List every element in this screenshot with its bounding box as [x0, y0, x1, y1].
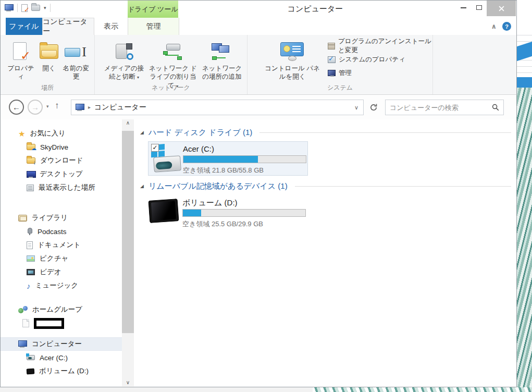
- up-button[interactable]: ↑: [55, 101, 59, 110]
- computer-icon: [76, 104, 84, 111]
- sidebar-item-videos[interactable]: ビデオ: [1, 265, 122, 279]
- minimize-ribbon-icon[interactable]: ∧: [491, 23, 497, 30]
- sidebar-item-recent-places[interactable]: 最近表示した場所: [1, 181, 122, 194]
- scroll-up-icon[interactable]: ∧: [122, 120, 134, 126]
- breadcrumb-location[interactable]: コンピューター: [94, 103, 146, 112]
- sidebar-item-libraries[interactable]: ライブラリ: [1, 211, 122, 225]
- quick-access-toolbar: ✓ ▾: [5, 4, 51, 12]
- podcast-mic-icon: [27, 228, 33, 235]
- search-icon: [492, 104, 499, 111]
- wallpaper-blue-band: [517, 77, 532, 88]
- maximize-icon: [476, 5, 482, 10]
- music-note-icon: ♪: [27, 282, 31, 290]
- homegroup-icon: [18, 306, 28, 313]
- forward-icon: →: [31, 103, 39, 111]
- group-header-hard-disk-drives[interactable]: ◢ ハード ディスク ドライブ (1): [140, 128, 511, 138]
- new-folder-icon[interactable]: [31, 5, 40, 11]
- minimize-icon: [461, 7, 466, 8]
- redacted-username: [34, 318, 64, 329]
- scroll-down-icon[interactable]: ∨: [122, 380, 134, 385]
- tablet-volume-icon: [149, 199, 179, 223]
- help-icon[interactable]: ?: [502, 22, 511, 31]
- drive-item-volume-d[interactable]: ボリューム (D:) 空き領域 25.5 GB/29.9 GB: [148, 195, 308, 230]
- refresh-icon: [369, 103, 378, 112]
- refresh-button[interactable]: [366, 100, 381, 115]
- drive-name: Acer (C:): [183, 144, 214, 153]
- sidebar-item-podcasts[interactable]: Podcasts: [1, 225, 122, 238]
- address-dropdown-icon[interactable]: ∨: [350, 105, 363, 111]
- divider: [50, 4, 51, 12]
- window-title: コンピューター: [211, 1, 419, 17]
- tab-view[interactable]: 表示: [94, 18, 128, 35]
- item-checkbox[interactable]: ✓: [151, 144, 159, 152]
- collapse-triangle-icon[interactable]: ◢: [140, 130, 144, 135]
- qat-customize-dropdown[interactable]: ▾: [44, 6, 46, 10]
- add-network-location-button[interactable]: ネットワークの場所の追加: [199, 39, 245, 91]
- sidebar-item-volume-d[interactable]: ボリューム (D:): [1, 364, 122, 378]
- uninstall-program-button[interactable]: プログラムのアンインストールと変更: [328, 41, 432, 51]
- close-button[interactable]: [487, 1, 516, 16]
- explorer-window: ✓ ▾ ドライブ ツール コンピューター ファイル コンピューター 表示 管理 …: [0, 0, 517, 387]
- minimize-button[interactable]: [455, 1, 471, 15]
- tab-computer[interactable]: コンピューター: [42, 18, 94, 35]
- search-input[interactable]: [390, 104, 492, 112]
- open-control-panel-button[interactable]: コントロール パネルを開く: [262, 39, 323, 82]
- ribbon-group-network: メディアの接続と切断 ▾ ネットワーク ドライブの割り当て ▾ ネットワークの場…: [95, 35, 248, 94]
- navigation-bar: ← → ▾ ↑ ▸ コンピューター ∨: [1, 95, 516, 119]
- group-rule: [295, 186, 511, 187]
- open-button[interactable]: 開く: [37, 39, 61, 82]
- group-rule: [259, 132, 511, 133]
- recent-pages-dropdown[interactable]: ▾: [46, 104, 49, 109]
- computer-icon: [5, 4, 14, 11]
- scrollbar-thumb[interactable]: [122, 131, 134, 333]
- sidebar-item-downloads[interactable]: ↓ ダウンロード: [1, 154, 122, 167]
- sidebar-item-skydrive[interactable]: ☁ SkyDrive: [1, 140, 122, 154]
- check-icon: ✓: [24, 6, 30, 13]
- properties-icon: ✓: [12, 42, 30, 61]
- maximize-button[interactable]: [471, 1, 487, 15]
- tab-file[interactable]: ファイル: [6, 18, 42, 35]
- sidebar-item-homegroup[interactable]: ホームグループ: [1, 303, 122, 316]
- map-network-drive-button[interactable]: ネットワーク ドライブの割り当て ▾: [147, 39, 199, 91]
- check-icon: ✓: [20, 50, 31, 62]
- system-small-buttons: プログラムのアンインストールと変更 ✓ システムのプロパティ 管理: [324, 35, 432, 82]
- desktop-icon: [27, 171, 35, 178]
- skydrive-folder-icon: ☁: [27, 144, 35, 150]
- media-connect-button[interactable]: メディアの接続と切断 ▾: [101, 39, 147, 91]
- tab-manage[interactable]: 管理: [128, 18, 179, 35]
- ribbon-controls: ∧ ?: [491, 22, 511, 31]
- sidebar-item-pictures[interactable]: ピクチャ: [1, 252, 122, 265]
- manage-button[interactable]: 管理: [328, 68, 432, 78]
- drive-item-acer-c[interactable]: ✓ Acer (C:) 空き領域 21.8 GB/55.8 GB: [148, 141, 308, 176]
- sidebar-item-desktop[interactable]: デスクトップ: [1, 167, 122, 181]
- group-header-removable-devices[interactable]: ◢ リムーバブル記憶域があるデバイス (1): [140, 181, 511, 191]
- contextual-tab-drive-tools[interactable]: ドライブ ツール: [128, 1, 178, 18]
- sidebar-scrollbar[interactable]: ∧ ∨: [122, 119, 134, 386]
- sidebar-item-homegroup-user[interactable]: [1, 316, 122, 330]
- close-icon: [499, 6, 504, 11]
- cloud-icon: ☁: [31, 146, 36, 151]
- breadcrumb[interactable]: ▸ コンピューター: [71, 103, 146, 112]
- network-location-icon: [211, 43, 233, 60]
- properties-icon[interactable]: ✓: [21, 4, 28, 12]
- collapse-triangle-icon[interactable]: ◢: [140, 184, 144, 189]
- capacity-bar-fill: [183, 210, 201, 216]
- rename-button[interactable]: 名前の変更: [61, 39, 91, 82]
- ribbon-group-location: ✓ プロパティ 開く 名前の変更 場所: [1, 35, 95, 94]
- properties-button[interactable]: ✓ プロパティ: [5, 39, 37, 82]
- sidebar-item-computer[interactable]: コンピューター: [1, 337, 122, 351]
- videos-icon: [27, 269, 35, 275]
- sidebar-item-favorites[interactable]: ★ お気に入り: [1, 127, 122, 140]
- capacity-bar-fill: [183, 156, 258, 163]
- ribbon-group-system: コントロール パネルを開く プログラムのアンインストールと変更 ✓ システムのプ…: [248, 35, 433, 94]
- search-box[interactable]: [385, 100, 504, 115]
- sidebar-item-documents[interactable]: ドキュメント: [1, 238, 122, 252]
- forward-button[interactable]: →: [28, 100, 43, 115]
- back-button[interactable]: ←: [9, 100, 24, 115]
- wallpaper-art-bottom: [313, 387, 532, 392]
- address-bar[interactable]: ▸ コンピューター ∨: [71, 100, 364, 115]
- title-bar: ✓ ▾ ドライブ ツール コンピューター: [1, 1, 516, 17]
- sidebar-item-music[interactable]: ♪ ミュージック: [1, 279, 122, 292]
- sidebar-item-acer-c[interactable]: Acer (C:): [1, 351, 122, 364]
- system-properties-button[interactable]: ✓ システムのプロパティ: [328, 55, 432, 64]
